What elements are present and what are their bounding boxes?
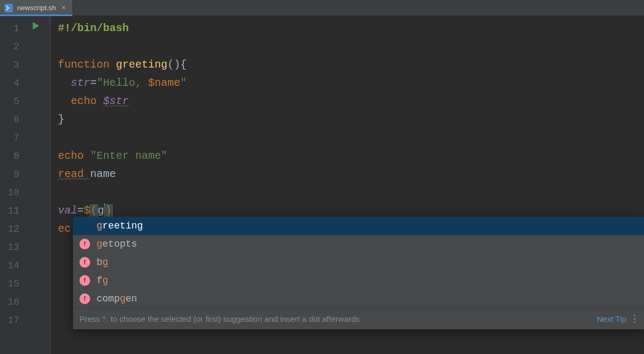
completion-type-icon: f	[79, 239, 90, 249]
hint-text: Press ^. to choose the selected (or firs…	[79, 314, 360, 323]
line-number[interactable]: 15	[0, 275, 26, 293]
code-token: str	[71, 77, 90, 89]
tab-filename: newscript.sh	[17, 4, 56, 12]
line-number[interactable]: 4	[0, 74, 26, 92]
line-number[interactable]: 14	[0, 256, 26, 275]
run-gutter	[26, 16, 50, 354]
code-area[interactable]: #!/bin/bash function greeting(){ str="He…	[50, 16, 644, 354]
line-number[interactable]: 6	[0, 110, 26, 129]
next-tip-link[interactable]: Next Tip	[597, 314, 626, 323]
code-token: greeting	[116, 58, 167, 71]
shell-file-icon	[4, 4, 13, 12]
completion-item[interactable]: f getopts	[73, 235, 644, 253]
line-number[interactable]: 9	[0, 165, 26, 183]
completion-type-icon: f	[79, 257, 90, 268]
line-number[interactable]: 10	[0, 183, 26, 202]
close-icon[interactable]: ×	[60, 4, 67, 12]
file-tab[interactable]: newscript.sh ×	[0, 0, 73, 16]
completion-item[interactable]: f bg	[73, 253, 644, 271]
line-number[interactable]: 5	[0, 92, 26, 110]
kebab-menu-icon[interactable]	[632, 313, 638, 325]
line-number[interactable]: 11	[0, 202, 26, 220]
line-number-gutter: 1 2 3 4 5 6 7 8 9 10 11 12 13 14 15 16 1…	[0, 16, 26, 354]
completion-type-icon: f	[79, 293, 90, 304]
editor: 1 2 3 4 5 6 7 8 9 10 11 12 13 14 15 16 1…	[0, 16, 644, 354]
line-number[interactable]: 3	[0, 56, 26, 74]
completion-item[interactable]: f fg	[73, 271, 644, 290]
code-token: function	[58, 58, 116, 71]
line-number[interactable]: 2	[0, 38, 26, 56]
line-number[interactable]: 16	[0, 293, 26, 311]
run-script-icon[interactable]	[31, 21, 41, 33]
line-number[interactable]: 13	[0, 238, 26, 256]
completion-popup: f greeting f getopts f bg f fg f compgen…	[73, 217, 644, 329]
completion-hint: Press ^. to choose the selected (or firs…	[73, 308, 644, 329]
completion-item[interactable]: f compgen	[73, 290, 644, 308]
completion-item[interactable]: f greeting	[73, 217, 644, 235]
line-number[interactable]: 17	[0, 311, 26, 329]
line-number[interactable]: 12	[0, 220, 26, 238]
line-number[interactable]: 7	[0, 129, 26, 147]
tab-bar: newscript.sh ×	[0, 0, 644, 16]
code-token: (){	[167, 58, 187, 71]
code-token: #!/bin/bash	[58, 22, 129, 34]
line-number[interactable]: 1	[0, 19, 26, 38]
completion-type-icon: f	[79, 275, 90, 286]
line-number[interactable]: 8	[0, 147, 26, 165]
